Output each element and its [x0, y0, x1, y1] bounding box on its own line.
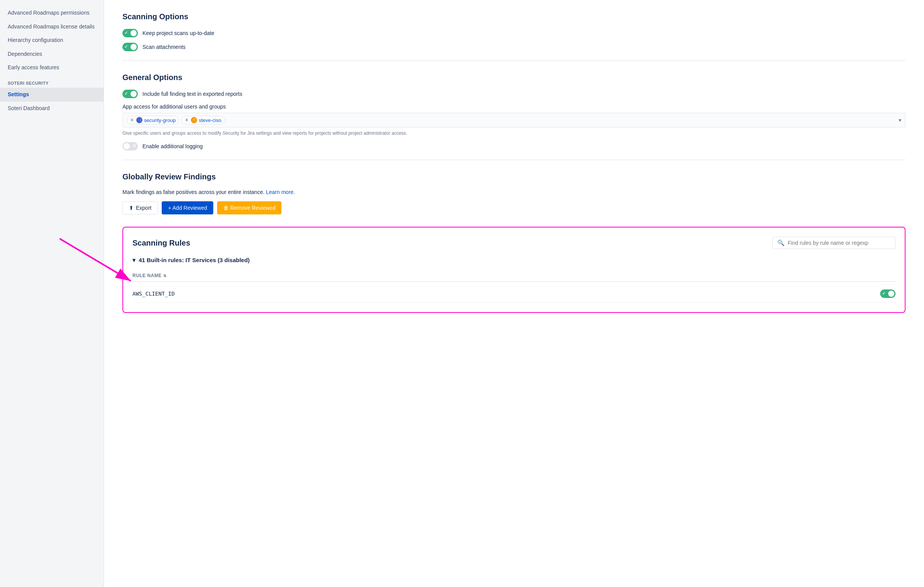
keep-project-scans-label: Keep project scans up-to-date [142, 30, 214, 36]
learn-more-link[interactable]: Learn more. [266, 189, 295, 195]
review-buttons: ⬆ Export + Add Reviewed 🗑 Remove Reviewe… [122, 201, 906, 214]
tag-x-icon[interactable]: ✕ [130, 117, 134, 123]
include-full-finding-toggle[interactable]: ✓ [122, 90, 138, 98]
scanning-options-heading: Scanning Options [122, 12, 906, 21]
toggle-knob [124, 143, 130, 149]
keep-project-scans-row: ✓ Keep project scans up-to-date [122, 29, 906, 37]
sidebar-item-dependencies[interactable]: Dependencies [0, 47, 104, 61]
sidebar-item-early-access-features[interactable]: Early access features [0, 61, 104, 75]
general-options-heading: General Options [122, 73, 906, 82]
globally-review-heading: Globally Review Findings [122, 172, 906, 181]
tag-security-group[interactable]: ✕ 👥 security-group [127, 116, 179, 124]
globally-review-description: Mark findings as false positives across … [122, 189, 906, 195]
sidebar-section-soteri-security: SOTERI SECURITY [0, 75, 104, 88]
toggle-knob [131, 44, 137, 50]
sidebar: Advanced Roadmaps permissions Advanced R… [0, 0, 104, 587]
divider-1 [122, 60, 906, 61]
rule-name-column-header: Rule Name [132, 273, 162, 278]
keep-project-scans-toggle[interactable]: ✓ [122, 29, 138, 37]
search-icon: 🔍 [777, 239, 785, 246]
chevron-down-icon: ▾ [132, 257, 136, 263]
rule-name: AWS_CLIENT_ID [132, 291, 175, 297]
group-icon: 👥 [136, 117, 142, 123]
aws-client-id-toggle[interactable]: ✓ [880, 289, 896, 298]
app-access-input[interactable]: ✕ 👥 security-group ✕ 😊 steve-ciso ▾ [122, 113, 906, 127]
scan-attachments-label: Scan attachments [142, 44, 186, 50]
enable-logging-toggle[interactable]: ✕ [122, 142, 138, 151]
scanning-rules-title: Scanning Rules [132, 239, 190, 248]
enable-logging-row: ✕ Enable additional logging [122, 142, 906, 151]
enable-logging-label: Enable additional logging [142, 143, 203, 149]
scanning-rules-box: Scanning Rules 🔍 ▾ 41 Built-in rules: IT… [122, 227, 906, 313]
rules-table-header: Rule Name ⇅ [132, 270, 896, 282]
include-full-finding-row: ✓ Include full finding text in exported … [122, 90, 906, 98]
sidebar-item-settings[interactable]: Settings [0, 88, 104, 102]
tag-label: security-group [144, 117, 176, 123]
sidebar-item-advanced-roadmaps-license[interactable]: Advanced Roadmaps license details [0, 20, 104, 34]
tag-label: steve-ciso [199, 117, 221, 123]
sidebar-item-soteri-dashboard[interactable]: Soteri Dashboard [0, 102, 104, 115]
export-button[interactable]: ⬆ Export [122, 201, 158, 214]
rules-table: Rule Name ⇅ AWS_CLIENT_ID ✓ [132, 270, 896, 303]
main-content: Scanning Options ✓ Keep project scans up… [104, 0, 924, 587]
scan-attachments-toggle[interactable]: ✓ [122, 43, 138, 51]
scan-attachments-row: ✓ Scan attachments [122, 43, 906, 51]
sidebar-item-advanced-roadmaps-permissions[interactable]: Advanced Roadmaps permissions [0, 6, 104, 20]
tag-steve-ciso[interactable]: ✕ 😊 steve-ciso [181, 116, 225, 124]
export-icon: ⬆ [129, 205, 134, 211]
tag-x-icon[interactable]: ✕ [185, 117, 189, 123]
toggle-knob [131, 91, 137, 97]
app-access-hint: Give specific users and groups access to… [122, 130, 906, 137]
avatar-icon: 😊 [191, 117, 197, 123]
search-box[interactable]: 🔍 [772, 237, 896, 249]
divider-2 [122, 160, 906, 160]
scanning-rules-header: Scanning Rules 🔍 [132, 237, 896, 249]
sort-icon[interactable]: ⇅ [163, 274, 166, 278]
remove-reviewed-button[interactable]: 🗑 Remove Reviewed [217, 201, 281, 214]
toggle-knob [888, 291, 894, 297]
include-full-finding-label: Include full finding text in exported re… [142, 91, 242, 97]
search-input[interactable] [788, 240, 891, 246]
built-in-rules-label[interactable]: ▾ 41 Built-in rules: IT Services (3 disa… [132, 257, 896, 264]
toggle-knob [131, 30, 137, 36]
sidebar-item-hierarchy-configuration[interactable]: Hierarchy configuration [0, 33, 104, 47]
dropdown-arrow-icon[interactable]: ▾ [899, 117, 901, 123]
add-reviewed-button[interactable]: + Add Reviewed [162, 201, 213, 214]
app-access-label: App access for additional users and grou… [122, 104, 906, 110]
table-row: AWS_CLIENT_ID ✓ [132, 285, 896, 303]
